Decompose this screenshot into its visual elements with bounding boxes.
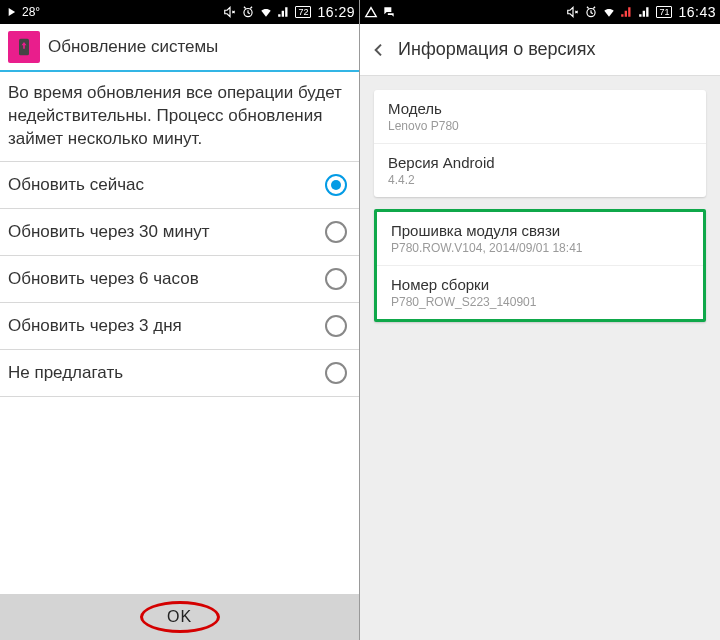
info-card-1: Модель Lenovo P780 Версия Android 4.4.2 — [374, 90, 706, 197]
update-options: Обновить сейчас Обновить через 30 минут … — [0, 161, 359, 397]
radio-icon — [325, 268, 347, 290]
option-update-now[interactable]: Обновить сейчас — [0, 161, 359, 208]
row-sub: Lenovo P780 — [388, 119, 692, 133]
row-build-number[interactable]: Номер сборки P780_ROW_S223_140901 — [377, 265, 703, 319]
play-icon — [4, 5, 18, 19]
battery-level: 72 — [295, 6, 311, 18]
ok-button[interactable]: OK — [0, 594, 359, 640]
temperature: 28° — [22, 5, 40, 19]
option-update-30min[interactable]: Обновить через 30 минут — [0, 208, 359, 255]
signal-icon — [277, 5, 291, 19]
row-title: Модель — [388, 100, 692, 117]
title-bar: Обновление системы — [0, 24, 359, 72]
ok-label: OK — [167, 608, 192, 626]
row-sub: 4.4.2 — [388, 173, 692, 187]
info-card-2-highlighted: Прошивка модуля связи P780.ROW.V104, 201… — [374, 209, 706, 322]
status-bar: 28° 72 16:29 — [0, 0, 359, 24]
signal-icon — [620, 5, 634, 19]
phone-right: 71 16:43 Информация о версиях Модель Len… — [360, 0, 720, 640]
app-icon — [8, 31, 40, 63]
row-title: Номер сборки — [391, 276, 689, 293]
row-sub: P780_ROW_S223_140901 — [391, 295, 689, 309]
row-sub: P780.ROW.V104, 2014/09/01 18:41 — [391, 241, 689, 255]
row-baseband[interactable]: Прошивка модуля связи P780.ROW.V104, 201… — [377, 212, 703, 265]
battery-level: 71 — [656, 6, 672, 18]
wifi-icon — [259, 5, 273, 19]
intro-text: Во время обновления все операции будет н… — [0, 72, 359, 161]
signal-icon-2 — [638, 5, 652, 19]
radio-icon — [325, 315, 347, 337]
row-title: Версия Android — [388, 154, 692, 171]
chevron-left-icon — [371, 42, 387, 58]
page-title: Информация о версиях — [398, 39, 595, 60]
option-update-3d[interactable]: Обновить через 3 дня — [0, 302, 359, 349]
radio-icon — [325, 221, 347, 243]
option-label: Обновить через 30 минут — [8, 222, 325, 242]
mute-icon — [566, 5, 580, 19]
option-label: Обновить сейчас — [8, 175, 325, 195]
row-title: Прошивка модуля связи — [391, 222, 689, 239]
wifi-icon — [602, 5, 616, 19]
option-label: Не предлагать — [8, 363, 325, 383]
mute-icon — [223, 5, 237, 19]
title-bar: Информация о версиях — [360, 24, 720, 76]
alarm-icon — [584, 5, 598, 19]
back-button[interactable] — [366, 37, 392, 63]
alarm-icon — [241, 5, 255, 19]
chat-icon — [382, 5, 396, 19]
row-android-version[interactable]: Версия Android 4.4.2 — [374, 143, 706, 197]
option-never[interactable]: Не предлагать — [0, 349, 359, 397]
row-model[interactable]: Модель Lenovo P780 — [374, 90, 706, 143]
warning-icon — [364, 5, 378, 19]
status-bar: 71 16:43 — [360, 0, 720, 24]
option-update-6h[interactable]: Обновить через 6 часов — [0, 255, 359, 302]
radio-icon — [325, 174, 347, 196]
option-label: Обновить через 6 часов — [8, 269, 325, 289]
option-label: Обновить через 3 дня — [8, 316, 325, 336]
clock: 16:29 — [317, 4, 355, 20]
phone-left: 28° 72 16:29 Обновление системы Во время… — [0, 0, 360, 640]
radio-icon — [325, 362, 347, 384]
clock: 16:43 — [678, 4, 716, 20]
page-title: Обновление системы — [48, 37, 218, 57]
